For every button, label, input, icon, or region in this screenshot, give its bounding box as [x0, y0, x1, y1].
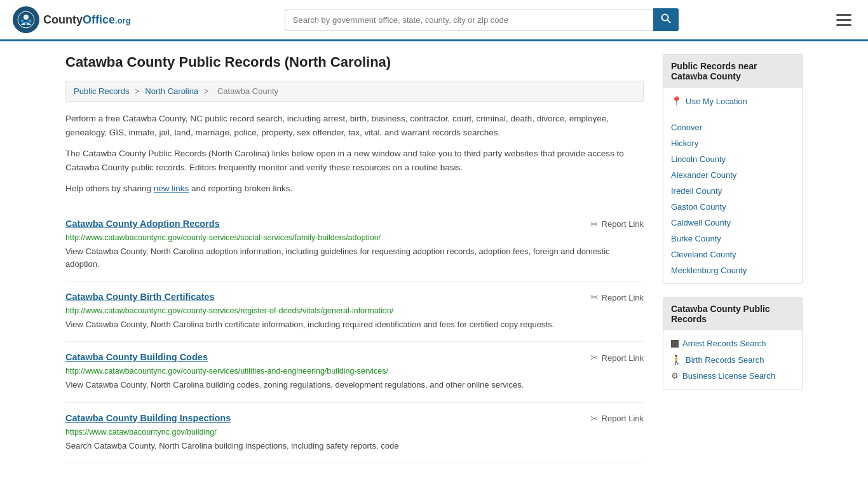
- report-icon-3: ✂: [590, 413, 599, 424]
- svg-point-1: [24, 15, 29, 20]
- record-link-2[interactable]: Business License Search: [682, 371, 775, 381]
- record-link-1[interactable]: Birth Records Search: [686, 355, 764, 365]
- record-link-item-2: ⚙Business License Search: [663, 368, 802, 384]
- nearby-link-8[interactable]: Cleveland County: [671, 250, 736, 259]
- record-item-3: Catawba County Building Inspections ✂ Re…: [65, 403, 644, 463]
- records-section: Catawba County Public Records Arrest Rec…: [663, 297, 803, 390]
- description-2: The Catawba County Public Records (North…: [65, 147, 644, 174]
- nearby-link-6[interactable]: Caldwell County: [671, 218, 731, 227]
- nearby-link-1[interactable]: Hickory: [671, 139, 698, 148]
- record-desc-2: View Catawba County, North Carolina buil…: [65, 379, 644, 391]
- hamburger-button[interactable]: [832, 10, 855, 30]
- square-icon: [671, 340, 679, 348]
- svg-line-6: [667, 20, 670, 24]
- nearby-item-5: Gaston County: [663, 199, 802, 215]
- report-link-1[interactable]: ✂ Report Link: [590, 292, 644, 303]
- report-icon-1: ✂: [590, 292, 599, 303]
- new-links-link[interactable]: new links: [154, 184, 189, 193]
- record-item-2: Catawba County Building Codes ✂ Report L…: [65, 342, 644, 402]
- nearby-link-7[interactable]: Burke County: [671, 234, 721, 243]
- record-url-2[interactable]: http://www.catawbacountync.gov/county-se…: [65, 367, 644, 376]
- search-input[interactable]: [285, 10, 653, 30]
- record-desc-1: View Catawba County, North Carolina birt…: [65, 318, 644, 331]
- record-url-3[interactable]: https://www.catawbacountync.gov/building…: [65, 428, 644, 437]
- records-list: Catawba County Adoption Records ✂ Report…: [65, 208, 644, 463]
- content-area: Catawba County Public Records (North Car…: [65, 54, 644, 463]
- records-title: Catawba County Public Records: [663, 297, 802, 330]
- nearby-item-6: Caldwell County: [663, 215, 802, 231]
- location-pin-icon: 📍: [671, 96, 682, 106]
- record-link-item-1: 🚶Birth Records Search: [663, 351, 802, 368]
- nearby-link-0[interactable]: Conover: [671, 123, 702, 132]
- svg-point-3: [29, 20, 32, 23]
- records-links-list: Arrest Records Search🚶Birth Records Sear…: [663, 330, 802, 389]
- nearby-item-0: Conover: [663, 119, 802, 135]
- record-title-1[interactable]: Catawba County Birth Certificates: [65, 292, 214, 302]
- nearby-link-3[interactable]: Alexander County: [671, 170, 736, 180]
- record-link-item-0: Arrest Records Search: [663, 336, 802, 351]
- nearby-link-9[interactable]: Mecklenburg County: [671, 266, 747, 275]
- report-link-0[interactable]: ✂ Report Link: [590, 219, 644, 230]
- breadcrumb-catawba: Catawba County: [217, 86, 278, 96]
- nearby-item-8: Cleveland County: [663, 247, 802, 262]
- record-desc-0: View Catawba County, North Carolina adop…: [65, 245, 644, 271]
- record-item-0: Catawba County Adoption Records ✂ Report…: [65, 208, 644, 281]
- record-title-3[interactable]: Catawba County Building Inspections: [65, 413, 231, 423]
- logo-text: CountyOffice.org: [43, 13, 131, 27]
- nearby-item-3: Alexander County: [663, 167, 802, 183]
- svg-point-5: [661, 15, 668, 21]
- report-link-3[interactable]: ✂ Report Link: [590, 413, 644, 424]
- search-area: [285, 8, 679, 31]
- use-my-location-item[interactable]: 📍 Use My Location: [663, 93, 802, 109]
- logo-area: CountyOffice.org: [13, 6, 131, 33]
- sidebar: Public Records near Catawba County 📍 Use…: [663, 54, 803, 463]
- svg-point-4: [25, 22, 28, 25]
- nearby-section: Public Records near Catawba County 📍 Use…: [663, 54, 803, 284]
- record-link-0[interactable]: Arrest Records Search: [682, 339, 766, 348]
- record-url-1[interactable]: http://www.catawbacountync.gov/county-se…: [65, 306, 644, 315]
- nearby-links-list: ConoverHickoryLincoln CountyAlexander Co…: [663, 114, 802, 283]
- page-title: Catawba County Public Records (North Car…: [65, 54, 644, 71]
- gear-icon: ⚙: [671, 371, 679, 381]
- breadcrumb-sep2: >: [204, 86, 211, 96]
- nearby-item-2: Lincoln County: [663, 151, 802, 167]
- report-icon-2: ✂: [590, 352, 599, 363]
- use-my-location-link[interactable]: Use My Location: [686, 97, 747, 106]
- breadcrumb-public-records[interactable]: Public Records: [74, 86, 129, 96]
- nearby-list: 📍 Use My Location: [663, 88, 802, 114]
- record-url-0[interactable]: http://www.catawbacountync.gov/county-se…: [65, 233, 644, 242]
- person-icon: 🚶: [671, 355, 682, 365]
- breadcrumb: Public Records > North Carolina > Catawb…: [65, 81, 644, 102]
- record-title-2[interactable]: Catawba County Building Codes: [65, 352, 208, 362]
- nearby-item-9: Mecklenburg County: [663, 262, 802, 278]
- search-button[interactable]: [653, 8, 679, 31]
- svg-point-2: [21, 20, 24, 23]
- report-link-2[interactable]: ✂ Report Link: [590, 352, 644, 363]
- nearby-item-1: Hickory: [663, 135, 802, 151]
- record-desc-3: Search Catawba County, North Carolina bu…: [65, 440, 644, 452]
- nearby-link-4[interactable]: Iredell County: [671, 186, 722, 196]
- nearby-item-7: Burke County: [663, 231, 802, 247]
- breadcrumb-sep1: >: [135, 86, 142, 96]
- record-item-1: Catawba County Birth Certificates ✂ Repo…: [65, 281, 644, 342]
- nearby-title: Public Records near Catawba County: [663, 55, 802, 88]
- nearby-item-4: Iredell County: [663, 183, 802, 199]
- nearby-link-5[interactable]: Gaston County: [671, 202, 726, 212]
- description-1: Perform a free Catawba County, NC public…: [65, 112, 644, 139]
- report-icon-0: ✂: [590, 219, 599, 230]
- record-title-0[interactable]: Catawba County Adoption Records: [65, 219, 220, 229]
- nearby-link-2[interactable]: Lincoln County: [671, 154, 726, 164]
- logo-icon: [13, 6, 39, 33]
- description-3: Help others by sharing new links and rep…: [65, 182, 644, 196]
- breadcrumb-north-carolina[interactable]: North Carolina: [145, 86, 198, 96]
